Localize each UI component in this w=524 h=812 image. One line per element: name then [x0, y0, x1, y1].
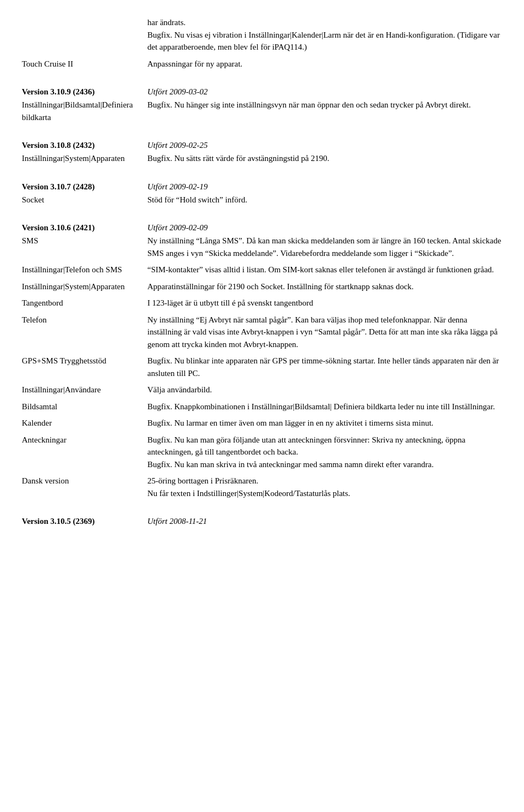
- version-3-10-5-date: Utfört 2008-11-21: [147, 517, 502, 526]
- v306-anvandare-label: Inställningar|Användare: [22, 384, 147, 396]
- version-3-10-7-header: Version 3.10.7 (2428) Utfört 2009-02-19: [22, 182, 502, 192]
- v306-kalender-label: Kalender: [22, 417, 147, 429]
- touch-cruise-label: Touch Cruise II: [22, 58, 147, 70]
- v308-system-label: Inställningar|System|Apparaten: [22, 152, 147, 165]
- v307-socket-label: Socket: [22, 194, 147, 206]
- v306-system-row: Inställningar|System|Apparaten Apparatin…: [22, 280, 502, 293]
- version-3-10-8-header: Version 3.10.8 (2432) Utfört 2009-02-25: [22, 141, 502, 150]
- v306-gps-row: GPS+SMS Trygghetsstöd Bugfix. Nu blinkar…: [22, 355, 502, 379]
- v306-bildsamtal-label: Bildsamtal: [22, 401, 147, 413]
- version-3-10-8-label: Version 3.10.8 (2432): [22, 141, 147, 150]
- version-3-10-9-date: Utfört 2009-03-02: [147, 87, 502, 97]
- v306-gps-label: GPS+SMS Trygghetsstöd: [22, 355, 147, 379]
- v306-tangentbord-text: I 123-läget är ü utbytt till é på svensk…: [147, 297, 502, 309]
- main-content: har ändrats. Bugfix. Nu visas ej vibrati…: [22, 16, 502, 526]
- v306-anteckningar-text: Bugfix. Nu kan man göra följande utan at…: [147, 434, 502, 471]
- touch-cruise-row: Touch Cruise II Anpassningar för ny appa…: [22, 58, 502, 70]
- v306-sms-text: Ny inställning “Långa SMS”. Då kan man s…: [147, 235, 502, 259]
- version-3-10-6-header: Version 3.10.6 (2421) Utfört 2009-02-09: [22, 223, 502, 232]
- v306-anvandare-row: Inställningar|Användare Välja användarbi…: [22, 384, 502, 396]
- v308-system-row: Inställningar|System|Apparaten Bugfix. N…: [22, 152, 502, 165]
- version-3-10-6-date: Utfört 2009-02-09: [147, 223, 502, 232]
- v306-anteckningar-row: Anteckningar Bugfix. Nu kan man göra föl…: [22, 434, 502, 471]
- version-3-10-5-label: Version 3.10.5 (2369): [22, 517, 147, 526]
- v306-sms-row: SMS Ny inställning “Långa SMS”. Då kan m…: [22, 235, 502, 259]
- v309-bildsamtal-row: Inställningar|Bildsamtal|Definiera bildk…: [22, 99, 502, 123]
- v306-kalender-row: Kalender Bugfix. Nu larmar en timer även…: [22, 417, 502, 429]
- version-3-10-9-header: Version 3.10.9 (2436) Utfört 2009-03-02: [22, 87, 502, 97]
- version-3-10-6-label: Version 3.10.6 (2421): [22, 223, 147, 232]
- intro-block: har ändrats. Bugfix. Nu visas ej vibrati…: [22, 16, 502, 53]
- v306-telefon-sms-row: Inställningar|Telefon och SMS “SIM-konta…: [22, 264, 502, 276]
- intro-text-1: har ändrats.: [147, 18, 186, 27]
- v306-gps-text: Bugfix. Nu blinkar inte apparaten när GP…: [147, 355, 502, 379]
- v307-socket-text: Stöd för “Hold switch” införd.: [147, 194, 502, 206]
- version-3-10-8-date: Utfört 2009-02-25: [147, 141, 502, 150]
- touch-cruise-text: Anpassningar för ny apparat.: [147, 58, 502, 70]
- v306-system-label: Inställningar|System|Apparaten: [22, 280, 147, 293]
- v309-bildsamtal-text: Bugfix. Nu hänger sig inte inställningsv…: [147, 99, 502, 123]
- intro-text-2: Bugfix. Nu visas ej vibration i Inställn…: [147, 31, 500, 52]
- v306-bildsamtal-row: Bildsamtal Bugfix. Knappkombinationen i …: [22, 401, 502, 413]
- v306-telefon-row: Telefon Ny inställning “Ej Avbryt när sa…: [22, 314, 502, 351]
- v306-sms-label: SMS: [22, 235, 147, 259]
- v308-system-text: Bugfix. Nu sätts rätt värde för avstängn…: [147, 152, 502, 165]
- v306-anteckningar-label: Anteckningar: [22, 434, 147, 471]
- v309-bildsamtal-label: Inställningar|Bildsamtal|Definiera bildk…: [22, 99, 147, 123]
- version-3-10-9-label: Version 3.10.9 (2436): [22, 87, 147, 97]
- v306-telefon-label: Telefon: [22, 314, 147, 351]
- v306-tangentbord-label: Tangentbord: [22, 297, 147, 309]
- v306-dansk-text: 25-öring borttagen i Prisräknaren.Nu får…: [147, 475, 502, 499]
- v306-dansk-row: Dansk version 25-öring borttagen i Prisr…: [22, 475, 502, 499]
- version-3-10-5-header: Version 3.10.5 (2369) Utfört 2008-11-21: [22, 517, 502, 526]
- v306-system-text: Apparatinställningar för 2190 och Socket…: [147, 280, 502, 293]
- v306-kalender-text: Bugfix. Nu larmar en timer även om man l…: [147, 417, 502, 429]
- version-3-10-7-date: Utfört 2009-02-19: [147, 182, 502, 192]
- v306-telefon-text: Ny inställning “Ej Avbryt när samtal påg…: [147, 314, 502, 351]
- v306-anvandare-text: Välja användarbild.: [147, 384, 502, 396]
- v306-dansk-label: Dansk version: [22, 475, 147, 499]
- v306-tangentbord-row: Tangentbord I 123-läget är ü utbytt till…: [22, 297, 502, 309]
- v306-telefon-sms-label: Inställningar|Telefon och SMS: [22, 264, 147, 276]
- intro-left: [22, 16, 147, 53]
- v307-socket-row: Socket Stöd för “Hold switch” införd.: [22, 194, 502, 206]
- v306-bildsamtal-text: Bugfix. Knappkombinationen i Inställning…: [147, 401, 502, 413]
- v306-telefon-sms-text: “SIM-kontakter” visas alltid i listan. O…: [147, 264, 502, 276]
- intro-right: har ändrats. Bugfix. Nu visas ej vibrati…: [147, 16, 502, 53]
- version-3-10-7-label: Version 3.10.7 (2428): [22, 182, 147, 192]
